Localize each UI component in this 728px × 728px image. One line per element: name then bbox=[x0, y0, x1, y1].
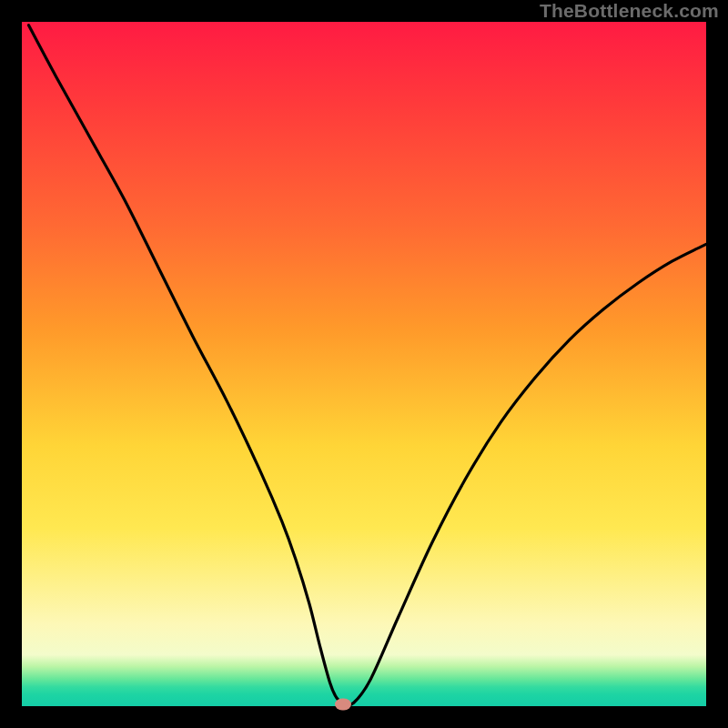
plot-area bbox=[22, 22, 706, 706]
watermark-text: TheBottleneck.com bbox=[540, 0, 719, 22]
bottleneck-curve bbox=[22, 22, 706, 706]
chart-frame: TheBottleneck.com bbox=[0, 0, 728, 728]
min-marker-icon bbox=[335, 699, 351, 711]
